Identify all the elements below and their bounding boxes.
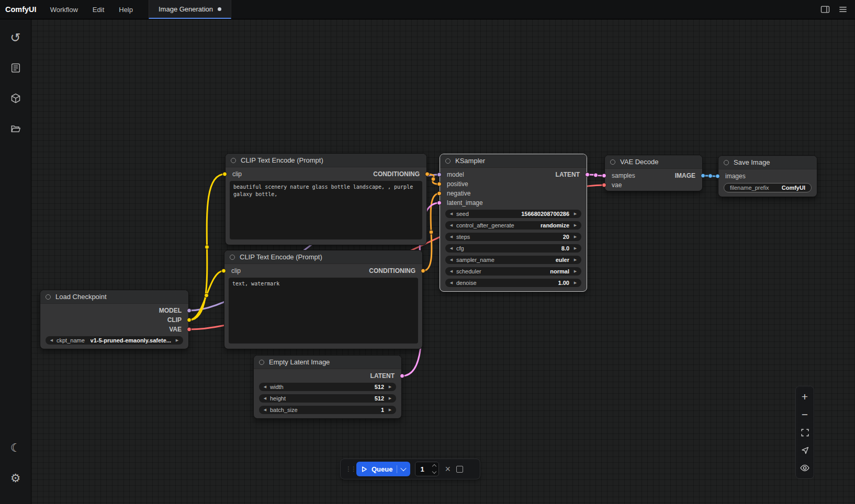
widget-denoise[interactable]: denoise 1.00	[445, 279, 581, 287]
menu-workflow[interactable]: Workflow	[43, 0, 85, 19]
clip-input-port[interactable]	[221, 269, 226, 273]
conditioning-output-port[interactable]	[421, 269, 425, 273]
drag-handle-icon[interactable]	[345, 465, 352, 473]
widget-batch-size[interactable]: batch_size 1	[259, 406, 396, 414]
widget-height[interactable]: height 512	[259, 394, 396, 403]
next-value-arrow-icon[interactable]	[572, 269, 579, 273]
clip-input-port[interactable]	[222, 172, 227, 177]
increment-arrow-icon[interactable]	[387, 408, 393, 412]
node-header[interactable]: VAE Decode	[605, 155, 702, 169]
increment-arrow-icon[interactable]	[387, 396, 393, 400]
zoom-in-button[interactable]: +	[796, 388, 813, 406]
negative-input-port[interactable]	[437, 191, 442, 196]
node-empty-latent-image[interactable]: Empty Latent Image LATENT width 512 heig…	[253, 355, 402, 419]
graph-canvas[interactable]: Load Checkpoint MODEL CLIP VAE ckpt_name…	[31, 19, 855, 504]
node-header[interactable]: Empty Latent Image	[254, 356, 401, 369]
collapse-dot[interactable]	[231, 158, 236, 163]
prev-value-arrow-icon[interactable]	[448, 223, 455, 227]
vae-output-port[interactable]	[187, 327, 192, 332]
increment-arrow-icon[interactable]	[572, 281, 579, 285]
widget-width[interactable]: width 512	[259, 383, 396, 391]
menu-help[interactable]: Help	[111, 0, 140, 19]
toggle-visibility-button[interactable]	[796, 459, 813, 477]
tab-image-generation[interactable]: Image Generation	[149, 0, 231, 19]
node-clip-text-encode-negative[interactable]: CLIP Text Encode (Prompt) clip CONDITION…	[224, 250, 423, 349]
increment-arrow-icon[interactable]	[572, 246, 579, 250]
decrement-arrow-icon[interactable]	[448, 212, 455, 216]
vae-input-port[interactable]	[602, 183, 606, 188]
increment-arrow-icon[interactable]	[572, 235, 579, 239]
menu-edit[interactable]: Edit	[85, 0, 111, 19]
stepper-up-icon[interactable]	[432, 464, 436, 468]
widget-scheduler[interactable]: scheduler normal	[445, 267, 581, 276]
widget-steps[interactable]: steps 20	[445, 233, 581, 241]
next-value-arrow-icon[interactable]	[572, 258, 579, 262]
widget-ckpt-name[interactable]: ckpt_name v1-5-pruned-emaonly.safete...	[46, 336, 183, 345]
positive-input-port[interactable]	[437, 182, 442, 187]
node-library-button[interactable]	[5, 87, 27, 109]
decrement-arrow-icon[interactable]	[262, 408, 268, 412]
positive-prompt-textarea[interactable]: beautiful scenery nature glass bottle la…	[230, 181, 422, 239]
node-header[interactable]: Load Checkpoint	[40, 290, 188, 304]
latent-output-port[interactable]	[400, 374, 404, 379]
increment-arrow-icon[interactable]	[387, 385, 393, 389]
latent-image-input-port[interactable]	[437, 201, 442, 205]
images-input-port[interactable]	[715, 174, 720, 179]
node-save-image[interactable]: Save Image images filename_prefix ComfyU…	[718, 155, 817, 197]
node-clip-text-encode-positive[interactable]: CLIP Text Encode (Prompt) clip CONDITION…	[225, 153, 427, 245]
hamburger-menu-icon[interactable]	[835, 2, 851, 17]
next-value-arrow-icon[interactable]	[174, 338, 181, 342]
node-header[interactable]: Save Image	[718, 156, 817, 169]
settings-button[interactable]: ⚙	[5, 467, 27, 489]
clear-queue-icon[interactable]	[444, 464, 452, 474]
decrement-arrow-icon[interactable]	[262, 385, 268, 389]
fit-view-button[interactable]	[796, 423, 813, 441]
queue-button[interactable]: Queue	[356, 462, 410, 476]
node-header[interactable]: CLIP Text Encode (Prompt)	[224, 250, 422, 264]
decrement-arrow-icon[interactable]	[448, 281, 455, 285]
collapse-dot[interactable]	[46, 294, 51, 300]
collapse-dot[interactable]	[445, 158, 451, 164]
decrement-arrow-icon[interactable]	[262, 396, 268, 400]
collapse-dot[interactable]	[259, 360, 264, 365]
conditioning-output-port[interactable]	[425, 172, 430, 177]
batch-count-input[interactable]: 1	[415, 462, 439, 476]
decrement-arrow-icon[interactable]	[448, 235, 455, 239]
chevron-down-icon[interactable]	[401, 465, 407, 471]
widget-control-after-generate[interactable]: control_after_generate randomize	[445, 221, 581, 230]
node-ksampler[interactable]: KSampler model LATENT positive negative …	[440, 154, 587, 292]
node-header[interactable]: CLIP Text Encode (Prompt)	[226, 154, 426, 167]
panel-toggle-icon[interactable]	[817, 2, 833, 17]
widget-cfg[interactable]: cfg 8.0	[445, 244, 581, 253]
theme-toggle-button[interactable]: ☾	[5, 437, 27, 459]
history-button[interactable]: ↺	[5, 27, 27, 49]
next-value-arrow-icon[interactable]	[572, 223, 579, 227]
zoom-out-button[interactable]: −	[796, 406, 813, 423]
select-mode-button[interactable]	[796, 441, 813, 459]
model-input-port[interactable]	[437, 173, 442, 177]
node-load-checkpoint[interactable]: Load Checkpoint MODEL CLIP VAE ckpt_name…	[40, 290, 189, 349]
prev-value-arrow-icon[interactable]	[448, 269, 455, 273]
workflow-browser-button[interactable]	[5, 118, 27, 140]
node-header[interactable]: KSampler	[440, 154, 587, 168]
clip-output-port[interactable]	[187, 318, 192, 323]
workflows-list-button[interactable]	[5, 57, 27, 79]
latent-output-port[interactable]	[585, 173, 590, 177]
widget-filename-prefix[interactable]: filename_prefix ComfyUI	[724, 183, 812, 192]
image-output-port[interactable]	[701, 174, 705, 178]
stepper-down-icon[interactable]	[432, 469, 436, 474]
widget-sampler-name[interactable]: sampler_name euler	[445, 256, 581, 264]
widget-seed[interactable]: seed 156680208700286	[445, 210, 581, 218]
samples-input-port[interactable]	[602, 174, 606, 178]
stop-icon[interactable]	[456, 466, 463, 473]
collapse-dot[interactable]	[610, 159, 615, 165]
negative-prompt-textarea[interactable]: text, watermark	[229, 278, 418, 343]
model-output-port[interactable]	[187, 308, 192, 313]
collapse-dot[interactable]	[724, 160, 729, 165]
decrement-arrow-icon[interactable]	[448, 246, 455, 250]
increment-arrow-icon[interactable]	[572, 212, 579, 216]
prev-value-arrow-icon[interactable]	[48, 338, 55, 342]
prev-value-arrow-icon[interactable]	[448, 258, 455, 262]
node-vae-decode[interactable]: VAE Decode samples IMAGE vae	[604, 155, 703, 191]
collapse-dot[interactable]	[230, 255, 235, 260]
